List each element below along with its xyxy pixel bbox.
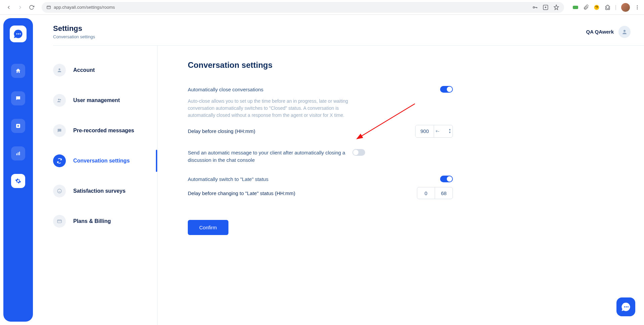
extension-2-icon[interactable] [594,4,600,10]
page-title: Settings [53,24,586,33]
delay-late-mm-input[interactable] [435,187,453,199]
svg-point-6 [637,8,638,9]
delay-close-label: Delay before closing (HH:mm) [188,128,415,134]
settings-panel: Conversation settings Automatically clos… [157,46,453,325]
svg-point-7 [16,33,18,35]
stepper-arrows-icon: ▲▼ [448,128,451,134]
sidebar-compose[interactable] [11,119,25,133]
svg-point-9 [20,33,21,35]
profile-avatar[interactable] [621,3,630,12]
svg-rect-11 [16,153,17,155]
delay-late-label: Delay before changing to "Late" status (… [188,190,417,196]
auto-close-description: Auto-close allows you to set up the time… [188,98,352,119]
svg-rect-13 [19,152,20,155]
svg-point-14 [624,30,626,32]
url-text: app.chayall.com/settings/rooms [54,5,115,10]
kebab-menu-icon[interactable] [635,5,640,10]
nav-item-account[interactable]: Account [53,59,157,81]
svg-point-5 [637,7,638,8]
chat-fab[interactable] [616,297,635,316]
page-header: Settings Conversation settings QA QAwerk [53,15,644,45]
refresh-icon [53,154,66,167]
auto-close-label: Automatically close conversations [188,86,440,94]
auto-message-toggle[interactable] [352,149,365,156]
bookmark-star-icon[interactable] [553,4,559,10]
message-icon [53,124,66,137]
extension-1-icon[interactable] [573,6,578,9]
address-bar[interactable]: app.chayall.com/settings/rooms [42,2,564,13]
users-icon [53,94,66,107]
card-icon [53,215,66,228]
extensions-puzzle-icon[interactable] [604,4,610,10]
svg-rect-0 [47,6,51,8]
browser-nav [4,3,36,12]
svg-point-4 [637,5,638,6]
nav-item-user-management[interactable]: User management [53,89,157,111]
install-icon[interactable] [543,4,549,10]
nav-item-prerecorded[interactable]: Pre-recorded messages [53,120,157,142]
browser-chrome: app.chayall.com/settings/rooms | [0,0,644,15]
user-name: QA QAwerk [586,29,614,35]
svg-point-15 [58,68,60,70]
delay-close-input[interactable] [416,125,434,137]
svg-point-21 [624,306,626,308]
password-icon[interactable] [532,4,538,10]
user-avatar[interactable] [618,26,631,38]
auto-close-toggle[interactable] [440,86,453,93]
sidebar-chat[interactable] [11,91,25,105]
svg-point-17 [60,99,61,100]
svg-point-22 [626,306,627,308]
svg-point-3 [594,5,599,10]
svg-point-18 [57,189,61,193]
page-subtitle: Conversation settings [53,34,586,39]
sidebar [3,18,33,322]
smile-icon [53,185,66,197]
nav-item-satisfaction[interactable]: Satisfaction surveys [53,180,157,202]
late-status-label: Automatically switch to "Late" status [188,176,440,183]
user-icon [53,64,66,77]
forward-button[interactable] [15,3,25,12]
delay-late-input-group [417,187,453,199]
sidebar-settings[interactable] [11,174,25,188]
panel-title: Conversation settings [188,60,453,70]
delay-close-input-group: +- ▲▼ [415,125,453,138]
reload-button[interactable] [27,3,36,12]
svg-point-16 [58,99,60,100]
user-icon [621,29,628,35]
auto-message-label: Send an automatic message to your client… [188,149,352,164]
svg-rect-12 [18,152,18,155]
extensions-row: | [573,3,640,12]
back-button[interactable] [4,3,13,12]
attachment-icon[interactable] [583,4,589,10]
app-logo[interactable] [10,26,27,42]
svg-point-1 [533,6,535,8]
svg-point-23 [628,306,629,308]
svg-point-8 [18,33,19,35]
confirm-button[interactable]: Confirm [188,220,228,235]
delay-late-hh-input[interactable] [417,187,435,199]
delay-close-stepper[interactable]: +- ▲▼ [434,125,453,137]
svg-rect-19 [57,220,61,223]
settings-nav: Account User management Pre-recorded mes… [53,46,157,325]
sidebar-analytics[interactable] [11,146,25,160]
sidebar-home[interactable] [11,64,25,78]
site-settings-icon [46,5,51,10]
nav-item-plans-billing[interactable]: Plans & Billing [53,210,157,232]
late-status-toggle[interactable] [440,176,453,182]
nav-item-conversation-settings[interactable]: Conversation settings [53,150,157,172]
